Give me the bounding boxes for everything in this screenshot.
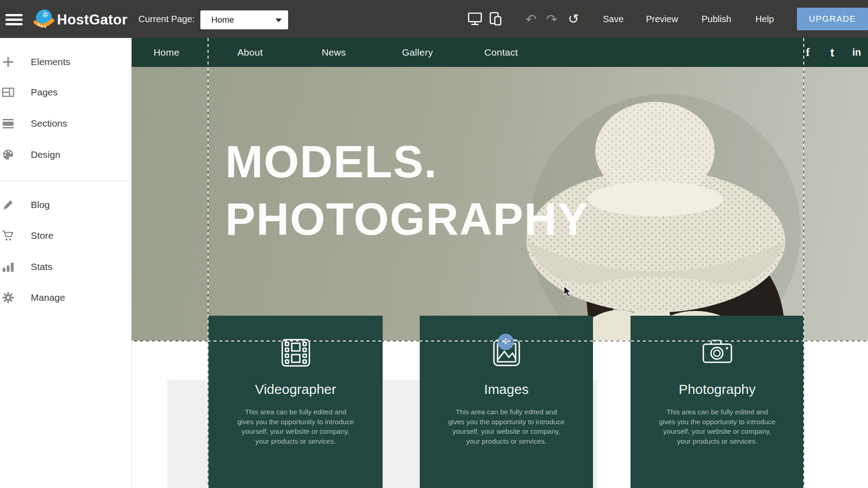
pages-icon (2, 86, 14, 99)
sidebar-item-stats[interactable]: Stats (0, 257, 131, 277)
sidebar-item-blog[interactable]: Blog (0, 195, 131, 215)
palette-icon (2, 148, 14, 161)
card-body: This area can be fully edited and gives … (237, 407, 355, 446)
sidebar-item-sections[interactable]: Sections (0, 114, 131, 133)
page-dropdown-value: Home (211, 10, 234, 29)
sidebar-item-manage[interactable]: Manage (0, 288, 131, 308)
mobile-view-icon[interactable] (488, 0, 504, 38)
desktop-view-icon[interactable] (467, 0, 483, 38)
preview-button[interactable]: Preview (646, 0, 678, 38)
section-outline-right (803, 38, 804, 488)
editor-sidebar: Elements Pages Sections Design Blog Stor… (0, 38, 132, 488)
card-body: This area can be fully edited and gives … (447, 407, 566, 446)
current-page-label: Current Page: (138, 0, 195, 38)
card-body: This area can be fully edited and gives … (658, 407, 777, 446)
hero-title-line2: PHOTOGRAPHY (225, 190, 589, 248)
card-images[interactable]: + Images This area can be fully edited a… (420, 316, 593, 488)
screen: HostGator Current Page: Home ↶ ↷ ↺ Save … (0, 0, 868, 488)
card-title: Videographer (209, 382, 383, 397)
section-outline-left (208, 38, 209, 488)
page-dropdown[interactable]: Home (200, 10, 288, 29)
save-button[interactable]: Save (603, 0, 624, 38)
card-photography[interactable]: Photography This area can be fully edite… (631, 316, 804, 488)
site-nav-contact[interactable]: Contact (484, 38, 518, 67)
chevron-down-icon (275, 19, 282, 22)
film-icon (280, 337, 312, 368)
gear-icon (2, 291, 14, 304)
undo-icon[interactable]: ↶ (523, 0, 539, 38)
stats-icon (2, 261, 14, 273)
sidebar-divider (0, 180, 131, 181)
editor-topbar: HostGator Current Page: Home ↶ ↷ ↺ Save … (0, 0, 868, 38)
hostgator-mascot-logo-icon (33, 9, 55, 30)
site-nav-about[interactable]: About (237, 38, 263, 67)
sidebar-item-pages[interactable]: Pages (0, 82, 131, 102)
history-icon[interactable]: ↺ (565, 0, 582, 38)
plus-icon (2, 56, 14, 68)
sections-icon (2, 117, 14, 130)
site-canvas: Home About News Gallery Contact f t in (131, 38, 868, 488)
hero-title-line1: MODELS. (225, 133, 589, 190)
site-navbar: Home About News Gallery Contact f t in (131, 38, 868, 67)
sidebar-item-elements[interactable]: Elements (0, 52, 131, 72)
redo-icon[interactable]: ↷ (544, 0, 560, 38)
mouse-cursor (564, 286, 574, 298)
publish-button[interactable]: Publish (702, 0, 731, 38)
card-videographer[interactable]: Videographer This area can be fully edit… (209, 316, 383, 488)
upgrade-button[interactable]: UPGRADE (797, 8, 868, 30)
hero-section[interactable]: MODELS. PHOTOGRAPHY (131, 67, 868, 341)
brand-wordmark: HostGator (57, 0, 128, 40)
site-nav-news[interactable]: News (322, 38, 346, 67)
linkedin-icon[interactable]: in (852, 38, 861, 67)
sidebar-item-store[interactable]: Store (0, 226, 131, 246)
help-button[interactable]: Help (755, 0, 774, 38)
cart-icon (2, 229, 14, 242)
site-nav-home[interactable]: Home (153, 38, 179, 67)
card-title: Photography (631, 382, 804, 397)
hero-title: MODELS. PHOTOGRAPHY (225, 133, 589, 248)
twitter-icon[interactable]: t (830, 38, 834, 67)
sidebar-item-design[interactable]: Design (0, 145, 131, 165)
site-nav-gallery[interactable]: Gallery (402, 38, 433, 67)
card-title: Images (420, 382, 593, 397)
hamburger-menu-icon[interactable] (5, 14, 23, 26)
add-image-badge[interactable]: + (498, 334, 514, 350)
section-outline-bottom (131, 341, 868, 341)
camera-icon (702, 337, 733, 368)
facebook-icon[interactable]: f (806, 38, 810, 67)
pencil-icon (2, 199, 14, 211)
